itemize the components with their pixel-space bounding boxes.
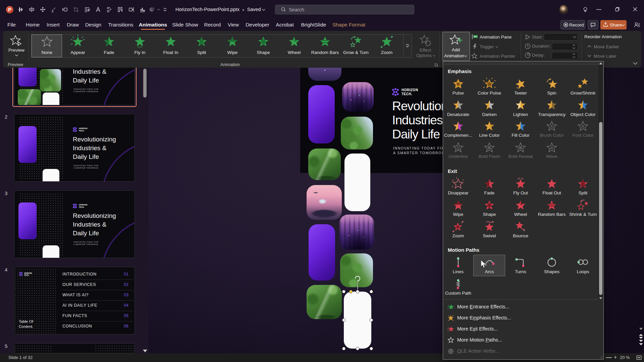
svg-text:A: A (582, 124, 584, 128)
svg-text:A: A (550, 146, 553, 150)
svg-text:U: U (457, 146, 459, 149)
svg-text:B: B (488, 146, 491, 150)
svg-text:B: B (519, 146, 522, 150)
svg-text:A: A (550, 124, 553, 128)
